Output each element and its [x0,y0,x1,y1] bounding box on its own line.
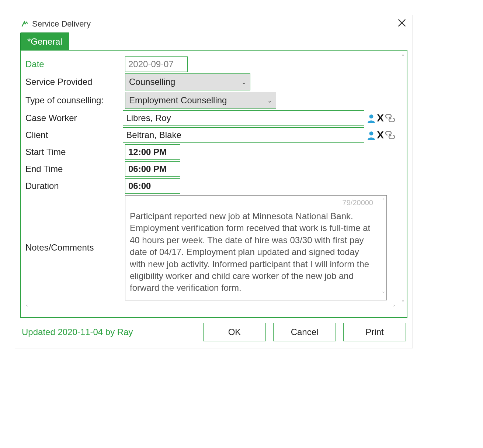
service-provided-select[interactable]: Counselling ⌄ [125,73,250,90]
updated-status: Updated 2020-11-04 by Ray [22,327,196,337]
panel-scroll-down-icon[interactable]: ˅ [402,300,404,307]
case-worker-field[interactable]: Libres, Roy [123,110,364,126]
person-icon[interactable] [366,130,376,140]
end-time-field[interactable]: 06:00 PM [125,161,180,177]
type-of-counselling-select[interactable]: Employment Counselling ⌄ [125,92,276,109]
notes-label: Notes/Comments [25,240,125,255]
clear-icon[interactable]: X [377,129,384,141]
chevron-down-icon: ⌄ [267,97,272,104]
duration-field[interactable]: 06:00 [125,178,180,194]
ok-button[interactable]: OK [203,323,266,341]
end-time-label: End Time [25,162,125,176]
panel-scroll-left-icon[interactable]: ˂ [25,304,28,311]
case-worker-label: Case Worker [25,111,123,125]
client-label: Client [25,128,123,142]
titlebar: Service Delivery [15,15,413,32]
date-field[interactable]: 2020-09-07 [125,56,188,72]
notes-textarea[interactable]: ˄ ˅ 79/20000 Participant reported new jo… [125,195,387,300]
notes-scroll-down-icon[interactable]: ˅ [382,291,385,298]
service-delivery-dialog: Service Delivery *General ˄ ˅ Date 2020-… [15,15,413,348]
form-panel: ˄ ˅ Date 2020-09-07 Service Provided Cou… [20,50,407,318]
tab-general[interactable]: *General [20,32,69,50]
person-icon[interactable] [366,113,376,123]
duration-label: Duration [25,179,125,193]
print-button[interactable]: Print [343,323,406,341]
date-label: Date [25,57,125,72]
notes-scroll-up-icon[interactable]: ˄ [382,198,385,205]
notes-text-content: Participant reported new job at Minnesot… [130,210,376,294]
start-time-label: Start Time [25,145,125,159]
svg-point-0 [369,114,373,118]
type-of-counselling-label: Type of counselling: [25,93,125,108]
cancel-button[interactable]: Cancel [273,323,336,341]
client-field[interactable]: Beltran, Blake [123,127,364,143]
svg-point-1 [369,131,373,135]
link-icon[interactable] [385,114,396,122]
dialog-footer: Updated 2020-11-04 by Ray OK Cancel Prin… [15,318,413,348]
close-button[interactable] [397,18,407,30]
service-provided-label: Service Provided [25,75,125,89]
link-icon[interactable] [385,131,396,139]
type-of-counselling-value: Employment Counselling [129,95,227,106]
dialog-title: Service Delivery [32,19,91,29]
panel-scroll-right-icon[interactable]: ˃ [393,304,396,311]
app-icon [21,20,28,28]
chevron-down-icon: ⌄ [242,79,246,86]
start-time-field[interactable]: 12:00 PM [125,144,180,160]
panel-scroll-up-icon[interactable]: ˄ [402,54,404,61]
service-provided-value: Counselling [129,77,175,87]
panel-horizontal-scrollbar[interactable]: ˂ ˃ [25,302,396,311]
clear-icon[interactable]: X [377,112,384,124]
character-count: 79/20000 [343,199,373,207]
